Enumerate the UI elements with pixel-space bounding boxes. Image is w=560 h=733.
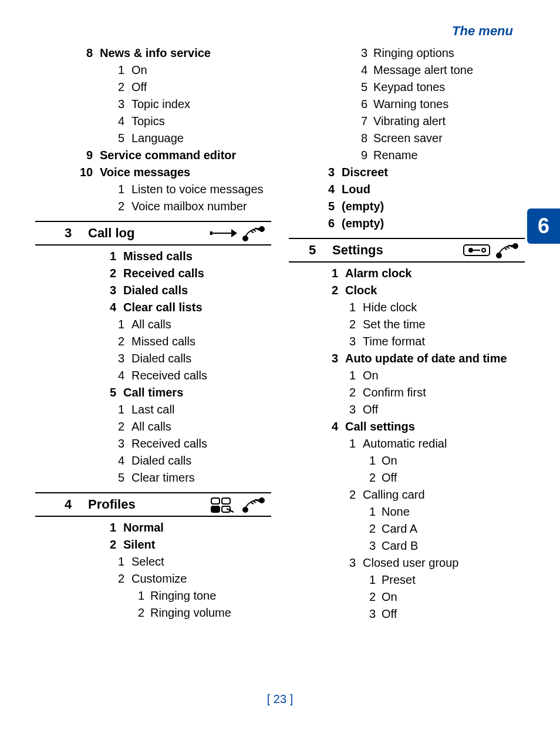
item-label: All calls [131,418,171,435]
item-number: 9 [80,147,100,164]
item-label: None [382,503,410,520]
item-label: On [131,62,147,79]
list-item: 2Missed calls [116,333,271,350]
item-label: (empty) [342,198,384,215]
item-number: 2 [116,418,131,435]
item-number: 3 [116,96,131,113]
list-item: 3Time format [348,333,525,350]
item-number: 4 [116,367,131,384]
item-label: Ringing tone [150,587,216,604]
list-item: 1Alarm clock [325,265,525,282]
item-number: 8 [359,130,373,147]
item-label: Screen saver [373,130,443,147]
item-label: News & info service [100,45,211,62]
item-number: 1 [103,248,123,265]
list-item: 7Vibrating alert [359,113,525,130]
list-item: 2Calling card [348,486,525,503]
list-item: 1On [348,367,525,384]
item-number: 5 [116,130,131,147]
item-label: Hide clock [363,299,417,316]
svg-point-1 [259,227,264,231]
svg-point-13 [497,253,501,258]
settings-icon [463,241,521,259]
item-number: 5 [116,469,131,486]
item-label: Preset [382,571,416,589]
list-item: 2All calls [116,418,271,435]
list-item: 1Ringing tone [136,587,271,604]
list-item: 8Screen saver [359,130,525,147]
list-item: 1On [367,452,525,469]
list-item: 1Preset [367,571,525,589]
item-label: Calling card [363,486,425,503]
item-number: 1 [367,571,382,589]
item-number: 4 [322,181,342,198]
list-item: 1All calls [116,316,271,333]
svg-point-12 [482,248,485,252]
item-label: Clear call lists [123,299,203,316]
list-item: 3Off [348,401,525,418]
page-header: The menu [35,23,525,39]
svg-rect-4 [211,506,220,512]
list-item: 4Topics [116,113,271,130]
item-label: Message alert tone [373,62,473,79]
item-number: 9 [359,147,373,164]
item-label: Topic index [131,96,190,113]
item-number: 3 [367,537,382,554]
item-number: 1 [116,181,131,198]
list-item: 4Message alert tone [359,62,525,79]
list-item: 2Clock [325,282,525,299]
item-label: Received calls [123,265,204,282]
item-label: Vibrating alert [373,113,446,130]
item-label: Select [131,553,164,570]
list-item: 2Ringing volume [136,604,271,621]
item-number: 3 [116,435,131,452]
right-column: 3Ringing options 4Message alert tone 5Ke… [289,45,525,623]
item-number: 4 [359,62,373,79]
item-label: Off [131,79,147,96]
item-number: 3 [367,606,382,623]
item-label: Listen to voice messages [131,181,264,198]
item-number: 2 [103,265,123,282]
item-number: 4 [325,418,345,435]
list-item: 1Select [116,553,271,570]
list-item: 2Customize [116,570,271,587]
item-label: Voice messages [100,164,190,181]
item-label: Off [382,469,397,486]
item-label: Warning tones [373,96,448,113]
item-number: 2 [116,198,131,215]
item-label: Card B [382,537,418,554]
item-label: Silent [123,536,155,553]
list-item: 2Off [367,469,525,486]
list-item: 5Call timers [103,384,271,401]
list-item: 1Last call [116,401,271,418]
section-header-settings: 5 Settings [289,238,525,263]
item-number: 3 [103,282,123,299]
item-number: 4 [103,299,123,316]
item-label: Off [363,401,378,418]
list-item: 5Language [116,130,271,147]
item-label: Missed calls [123,248,193,265]
list-item: 5Clear timers [116,469,271,486]
list-item: 9 Service command editor [80,147,271,164]
item-label: Clock [345,282,377,299]
svg-rect-3 [222,498,230,504]
item-number: 2 [367,589,382,606]
list-item: 4Dialed calls [116,452,271,469]
svg-point-8 [259,498,264,503]
section-title: Profiles [88,497,136,512]
item-label: Confirm first [363,384,426,401]
list-item: 3Received calls [116,435,271,452]
item-label: Dialed calls [131,350,191,367]
section-header-call-log: 3 Call log [35,221,271,246]
item-number: 3 [325,350,345,367]
item-number: 3 [348,401,363,418]
item-label: Ringing volume [150,604,231,621]
list-item: 6Warning tones [359,96,525,113]
list-item: 3Card B [367,537,525,554]
list-item: 3Dialed calls [116,350,271,367]
item-number: 1 [136,587,150,604]
item-number: 5 [103,384,123,401]
item-label: (empty) [342,215,384,232]
item-label: Dialed calls [123,282,188,299]
list-item: 3Ringing options [359,45,525,62]
